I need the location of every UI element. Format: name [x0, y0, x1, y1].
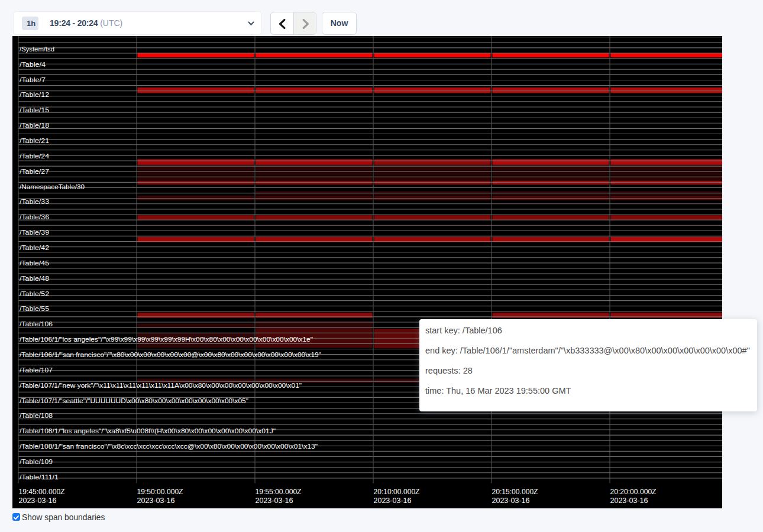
svg-text:/Table/108/1/"los angeles"/"\x: /Table/108/1/"los angeles"/"\xa8\xf5\u00…: [20, 427, 276, 434]
svg-text:2023-03-16: 2023-03-16: [256, 495, 293, 504]
svg-text:/Table/106/1/"san francisco"/": /Table/106/1/"san francisco"/"\x80\x00\x…: [20, 351, 321, 358]
svg-text:/Table/39: /Table/39: [20, 229, 49, 236]
svg-text:/Table/33: /Table/33: [20, 198, 49, 205]
svg-text:/Table/48: /Table/48: [20, 274, 49, 281]
svg-text:/Table/12: /Table/12: [20, 91, 49, 98]
svg-text:19:55:00.000Z: 19:55:00.000Z: [256, 487, 302, 496]
svg-text:/Table/106: /Table/106: [20, 320, 53, 327]
svg-text:20:20:00.000Z: 20:20:00.000Z: [610, 487, 657, 496]
svg-text:2023-03-16: 2023-03-16: [137, 495, 175, 504]
svg-text:/Table/107/1/"seattle"/"UUUUUU: /Table/107/1/"seattle"/"UUUUUUD\x00\x80\…: [20, 397, 248, 404]
svg-text:2023-03-16: 2023-03-16: [492, 495, 530, 504]
svg-text:/NamespaceTable/30: /NamespaceTable/30: [20, 183, 85, 190]
svg-text:2023-03-16: 2023-03-16: [610, 495, 648, 504]
svg-text:/Table/107: /Table/107: [20, 366, 53, 373]
svg-text:/Table/18: /Table/18: [20, 122, 49, 129]
svg-text:/Table/107/1/"new york"/"\x11\: /Table/107/1/"new york"/"\x11\x11\x11\x1…: [20, 381, 302, 388]
svg-text:2023-03-16: 2023-03-16: [374, 495, 412, 504]
svg-text:/Table/21: /Table/21: [20, 137, 49, 144]
svg-text:/Table/45: /Table/45: [20, 259, 49, 266]
svg-text:/Table/55: /Table/55: [20, 305, 49, 312]
svg-text:19:45:00.000Z: 19:45:00.000Z: [19, 487, 65, 496]
svg-text:/Table/4: /Table/4: [20, 60, 46, 67]
svg-text:/Table/108: /Table/108: [20, 412, 53, 419]
svg-text:19:50:00.000Z: 19:50:00.000Z: [137, 487, 183, 496]
svg-text:/Table/7: /Table/7: [20, 76, 46, 83]
svg-text:20:15:00.000Z: 20:15:00.000Z: [492, 487, 538, 496]
svg-text:/Table/15: /Table/15: [20, 106, 49, 113]
svg-text:/Table/24: /Table/24: [20, 152, 50, 159]
svg-text:/Table/52: /Table/52: [20, 290, 49, 297]
svg-text:2023-03-16: 2023-03-16: [19, 495, 57, 504]
svg-text:/Table/36: /Table/36: [20, 213, 49, 220]
svg-text:/Table/106/1/"los angeles"/"\x: /Table/106/1/"los angeles"/"\x99\x99\x99…: [20, 336, 313, 343]
svg-text:/Table/109: /Table/109: [20, 458, 53, 465]
svg-text:20:10:00.000Z: 20:10:00.000Z: [374, 487, 420, 496]
svg-text:/Table/111/1: /Table/111/1: [20, 473, 59, 480]
svg-text:/Table/27: /Table/27: [20, 167, 49, 174]
svg-text:/System/tsd: /System/tsd: [20, 45, 54, 52]
svg-text:/Table/108/1/"san francisco"/": /Table/108/1/"san francisco"/"\x8c\xcc\x…: [20, 443, 318, 450]
svg-text:/Table/42: /Table/42: [20, 244, 49, 251]
